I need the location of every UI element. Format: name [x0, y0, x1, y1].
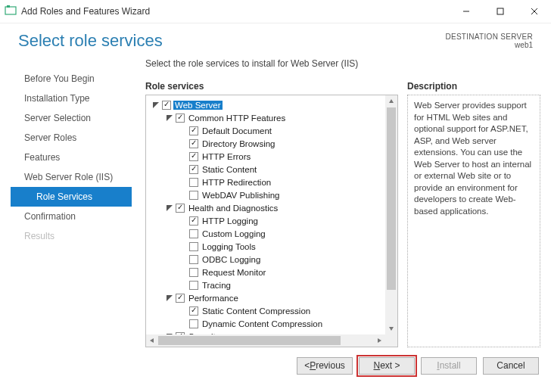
collapse-icon[interactable] [166, 114, 173, 122]
tree-checkbox[interactable] [189, 319, 198, 328]
wizard-step[interactable]: Features [11, 148, 132, 167]
tree-label[interactable]: Static Content [201, 165, 258, 174]
tree-label[interactable]: Web Server [173, 101, 223, 110]
wizard-steps: Before You BeginInstallation TypeServer … [11, 57, 132, 347]
tree-label[interactable]: Logging Tools [201, 242, 257, 251]
tree-checkbox[interactable] [176, 114, 185, 123]
tree-label[interactable]: HTTP Logging [201, 216, 260, 226]
wizard-step[interactable]: Confirmation [11, 207, 132, 226]
expand-spacer [179, 230, 187, 238]
tree-label[interactable]: Request Monitor [201, 268, 267, 277]
svg-marker-8 [167, 205, 173, 211]
app-icon [5, 5, 17, 19]
next-button[interactable]: Next > [359, 357, 415, 375]
window-title: Add Roles and Features Wizard [21, 6, 150, 17]
tree-checkbox[interactable] [189, 216, 198, 226]
tree-label[interactable]: ODBC Logging [201, 255, 262, 264]
tree-node[interactable]: Static Content [152, 163, 384, 176]
tree-node[interactable]: WebDAV Publishing [152, 188, 384, 201]
page-title: Select role services [18, 31, 163, 51]
tree-label[interactable]: Health and Diagnostics [187, 204, 279, 213]
tree-node[interactable]: Default Document [152, 124, 384, 137]
wizard-step[interactable]: Before You Begin [11, 69, 132, 89]
tree-node[interactable]: HTTP Errors [152, 150, 384, 163]
expand-spacer [179, 140, 187, 148]
tree-node[interactable]: Request Monitor [152, 266, 384, 278]
tree-checkbox[interactable] [189, 178, 198, 187]
tree-label[interactable]: WebDAV Publishing [201, 191, 282, 200]
collapse-icon[interactable] [152, 101, 160, 109]
tree-label[interactable]: Custom Logging [201, 229, 267, 238]
svg-rect-1 [7, 5, 10, 8]
tree-checkbox[interactable] [189, 281, 198, 290]
tree-node[interactable]: Directory Browsing [152, 137, 384, 150]
tree-checkbox[interactable] [189, 191, 198, 200]
tree-checkbox[interactable] [189, 139, 198, 148]
tree-checkbox[interactable] [189, 229, 198, 238]
tree-scrollbar-vertical[interactable] [385, 95, 397, 334]
description-header: Description [407, 81, 540, 92]
previous-button[interactable]: < Previous [297, 357, 353, 375]
tree-checkbox[interactable] [176, 294, 185, 303]
close-button[interactable] [517, 0, 551, 23]
tree-checkbox[interactable] [189, 242, 198, 251]
tree-label[interactable]: Static Content Compression [201, 306, 312, 316]
scroll-left-icon[interactable] [146, 334, 158, 347]
tree-checkbox[interactable] [176, 204, 185, 213]
tree-label[interactable]: Tracing [201, 281, 232, 290]
wizard-step[interactable]: Server Roles [11, 128, 132, 148]
tree-label[interactable]: Directory Browsing [201, 139, 277, 148]
expand-spacer [179, 191, 187, 199]
role-services-tree[interactable]: Web ServerCommon HTTP FeaturesDefault Do… [145, 95, 398, 347]
tree-node[interactable]: Health and Diagnostics [152, 201, 384, 214]
minimize-button[interactable] [449, 0, 483, 23]
tree-node[interactable]: Common HTTP Features [152, 111, 384, 124]
tree-node[interactable]: Dynamic Content Compression [152, 317, 384, 330]
scroll-thumb-horizontal[interactable] [158, 336, 341, 345]
expand-spacer [179, 320, 187, 328]
tree-label[interactable]: Common HTTP Features [187, 114, 287, 123]
tree-checkbox[interactable] [189, 152, 198, 161]
svg-marker-9 [167, 295, 173, 301]
tree-node[interactable]: Static Content Compression [152, 304, 384, 317]
scroll-right-icon[interactable] [373, 334, 385, 347]
tree-node[interactable]: HTTP Redirection [152, 176, 384, 188]
scroll-thumb-vertical[interactable] [387, 107, 396, 290]
tree-node[interactable]: Tracing [152, 278, 384, 291]
tree-label[interactable]: HTTP Redirection [201, 178, 272, 187]
svg-marker-12 [389, 327, 394, 331]
tree-label[interactable]: Performance [187, 294, 240, 303]
wizard-step: Results [11, 226, 132, 246]
tree-node[interactable]: ODBC Logging [152, 253, 384, 266]
wizard-step[interactable]: Server Selection [11, 108, 132, 128]
tree-node[interactable]: HTTP Logging [152, 214, 384, 227]
tree-checkbox[interactable] [162, 101, 171, 110]
tree-node[interactable]: Custom Logging [152, 227, 384, 240]
tree-checkbox[interactable] [189, 306, 198, 316]
wizard-step[interactable]: Web Server Role (IIS) [11, 167, 132, 187]
tree-scrollbar-horizontal[interactable] [146, 334, 385, 347]
tree-label[interactable]: Default Document [201, 126, 273, 135]
tree-label[interactable]: HTTP Errors [201, 152, 252, 161]
titlebar: Add Roles and Features Wizard [0, 0, 551, 23]
tree-checkbox[interactable] [189, 255, 198, 264]
instruction-text: Select the role services to install for … [145, 58, 540, 69]
scroll-down-icon[interactable] [385, 322, 397, 334]
collapse-icon[interactable] [166, 294, 173, 302]
wizard-step[interactable]: Installation Type [11, 89, 132, 108]
svg-marker-13 [150, 338, 154, 343]
wizard-step[interactable]: Role Services [11, 187, 132, 207]
tree-checkbox[interactable] [189, 165, 198, 174]
tree-node[interactable]: Performance [152, 291, 384, 304]
tree-node[interactable]: Web Server [152, 98, 384, 111]
expand-spacer [179, 256, 187, 263]
tree-node[interactable]: Logging Tools [152, 240, 384, 253]
cancel-button[interactable]: Cancel [483, 357, 539, 375]
collapse-icon[interactable] [166, 204, 173, 212]
maximize-button[interactable] [483, 0, 517, 23]
tree-label[interactable]: Dynamic Content Compression [201, 319, 324, 328]
scroll-up-icon[interactable] [385, 95, 397, 107]
tree-checkbox[interactable] [189, 268, 198, 277]
expand-spacer [179, 282, 187, 289]
tree-checkbox[interactable] [189, 126, 198, 135]
